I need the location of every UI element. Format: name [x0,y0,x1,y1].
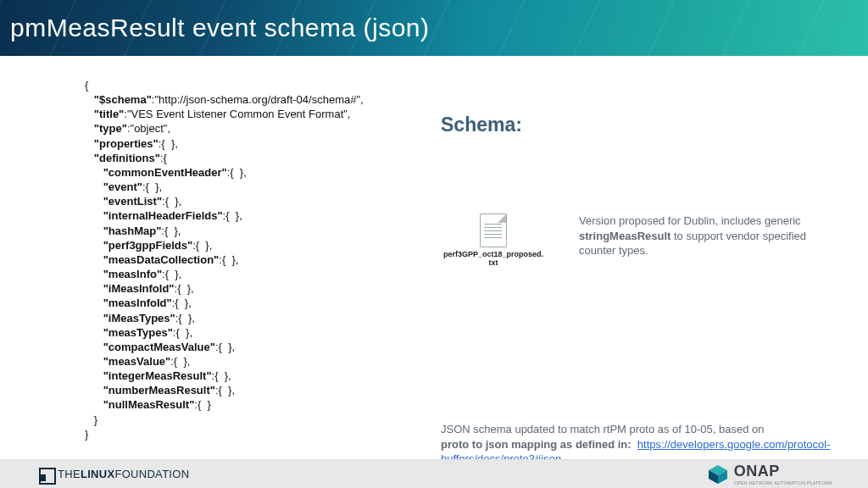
json-schema-code: { "$schema":"http://json-schema.org/draf… [85,78,424,441]
note-line1: JSON schema updated to match rtPM proto … [441,423,765,435]
onap-logo: ONAP OPEN NETWORK AUTOMATION PLATFORM [707,463,832,485]
file-name: perf3GPP_oct18_proposed.txt [442,251,544,268]
lf-mark-icon [39,468,53,481]
file-attachment[interactable]: perf3GPP_oct18_proposed.txt [442,214,544,268]
lf-linux: LINUX [81,468,115,480]
text-file-icon [480,214,507,247]
footer-bar: THELINUXFOUNDATION ONAP OPEN NETWORK AUT… [0,459,868,488]
desc-prefix: Version proposed for Dublin, includes ge… [579,214,801,227]
page-title: pmMeasResult event schema (json) [10,14,430,42]
note-bold: proto to json mapping as defined in: [441,438,632,451]
schema-heading: Schema: [441,114,522,136]
lf-foundation: FOUNDATION [114,468,189,480]
title-banner: pmMeasResult event schema (json) [0,0,868,56]
description-text: Version proposed for Dublin, includes ge… [579,214,816,258]
lf-the: THE [58,468,81,480]
onap-text: ONAP [734,463,780,480]
linux-foundation-logo: THELINUXFOUNDATION [39,468,189,481]
desc-bold: stringMeasResult [579,230,670,242]
onap-subtext: OPEN NETWORK AUTOMATION PLATFORM [734,480,832,485]
onap-cube-icon [707,463,729,485]
slide-content: { "$schema":"http://json-schema.org/draf… [0,56,868,459]
